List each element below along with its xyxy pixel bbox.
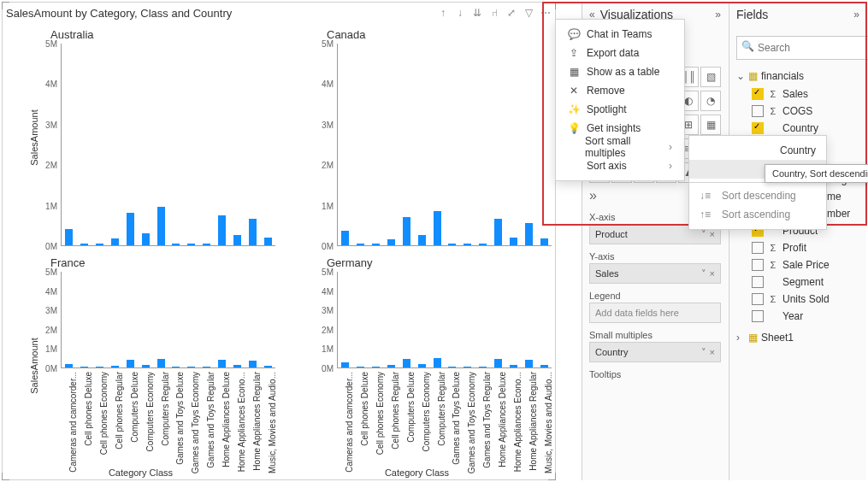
bar[interactable] xyxy=(203,244,210,245)
bar[interactable] xyxy=(540,238,548,245)
bar[interactable] xyxy=(494,359,502,367)
bar[interactable] xyxy=(187,367,195,367)
field-sale-price[interactable]: ΣSale Price xyxy=(736,256,859,273)
bar[interactable] xyxy=(434,211,441,245)
chevron-down-icon[interactable]: ˅ xyxy=(701,229,706,240)
y-axis-well[interactable]: Sales ˅× xyxy=(589,263,721,284)
bar[interactable] xyxy=(448,244,456,245)
field-checkbox[interactable] xyxy=(752,259,764,271)
sort-axis-item[interactable]: Sort axis › xyxy=(556,156,684,175)
resize-handle-tl[interactable] xyxy=(2,2,9,9)
bar[interactable] xyxy=(510,365,517,367)
bar[interactable] xyxy=(479,367,487,367)
menu-chat-in-teams[interactable]: 💬Chat in Teams xyxy=(556,25,684,44)
field-checkbox[interactable] xyxy=(752,122,764,134)
bar[interactable] xyxy=(218,360,226,367)
field-checkbox[interactable] xyxy=(752,276,764,288)
bar[interactable] xyxy=(403,217,410,245)
viz-type-17[interactable]: ▦ xyxy=(700,115,721,135)
viz-type-11[interactable]: ◔ xyxy=(700,91,721,111)
bar[interactable] xyxy=(357,244,364,245)
field-checkbox[interactable] xyxy=(752,242,764,254)
menu-show-as-a-table[interactable]: ▦Show as a table xyxy=(556,62,684,81)
bar[interactable] xyxy=(448,367,456,367)
drill-expand-icon[interactable]: ⇊ xyxy=(471,7,483,19)
drill-hierarchy-icon[interactable]: ⑁ xyxy=(488,7,500,19)
bar[interactable] xyxy=(341,362,349,367)
menu-spotlight[interactable]: ✨Spotlight xyxy=(556,100,684,119)
viz-type-5[interactable]: ▧ xyxy=(700,67,721,87)
resize-handle-tr[interactable] xyxy=(548,2,556,9)
bar[interactable] xyxy=(387,365,395,367)
remove-field-icon[interactable]: × xyxy=(710,347,715,358)
bar[interactable] xyxy=(172,367,180,367)
bar[interactable] xyxy=(264,238,272,245)
chevron-down-icon[interactable]: ˅ xyxy=(701,268,706,279)
bar[interactable] xyxy=(525,223,533,245)
bar[interactable] xyxy=(111,366,119,367)
filter-icon[interactable]: ▽ xyxy=(523,7,534,19)
menu-export-data[interactable]: ⇪Export data xyxy=(556,44,684,62)
bar[interactable] xyxy=(172,244,180,245)
field-country[interactable]: Country xyxy=(736,120,859,137)
bar[interactable] xyxy=(464,367,471,367)
bar[interactable] xyxy=(233,365,241,367)
expand-fields-icon[interactable]: » xyxy=(853,9,859,21)
field-year[interactable]: Year xyxy=(736,308,859,325)
sort-small-multiples-item[interactable]: Sort small multiples › xyxy=(556,138,684,156)
field-checkbox[interactable] xyxy=(752,310,764,322)
field-cogs[interactable]: ΣCOGS xyxy=(736,103,859,120)
sort-ascending[interactable]: ↑≡Sort ascending xyxy=(689,205,826,224)
bar[interactable] xyxy=(510,238,517,245)
chart-visual[interactable]: SalesAmount by Category, Class and Count… xyxy=(2,2,556,480)
bar[interactable] xyxy=(249,361,257,367)
bar[interactable] xyxy=(157,359,165,367)
table-financials[interactable]: ⌄ ▦ financials xyxy=(736,67,859,85)
bar[interactable] xyxy=(96,244,103,245)
bar[interactable] xyxy=(464,244,471,245)
sort-by-country[interactable]: Country xyxy=(689,141,826,160)
chevron-down-icon[interactable]: ˅ xyxy=(701,347,706,358)
bar[interactable] xyxy=(203,367,210,367)
bar[interactable] xyxy=(357,367,364,367)
bar[interactable] xyxy=(372,244,380,245)
bar[interactable] xyxy=(142,233,150,245)
bar[interactable] xyxy=(142,365,150,367)
bar[interactable] xyxy=(249,219,257,245)
bar[interactable] xyxy=(418,235,426,245)
menu-remove[interactable]: ✕Remove xyxy=(556,81,684,100)
bar[interactable] xyxy=(479,244,487,245)
bar[interactable] xyxy=(434,358,441,367)
table-sheet1[interactable]: › ▦ Sheet1 xyxy=(736,328,859,347)
bar[interactable] xyxy=(387,239,395,245)
bar[interactable] xyxy=(218,215,226,245)
bar[interactable] xyxy=(127,360,134,367)
remove-field-icon[interactable]: × xyxy=(710,268,715,279)
small-multiples-well[interactable]: Country ˅× xyxy=(589,342,721,362)
bar[interactable] xyxy=(65,229,73,245)
bar[interactable] xyxy=(80,244,88,245)
remove-field-icon[interactable]: × xyxy=(710,229,715,240)
bar[interactable] xyxy=(264,366,272,367)
field-units-sold[interactable]: ΣUnits Sold xyxy=(736,291,859,308)
bar[interactable] xyxy=(127,213,134,245)
field-sales[interactable]: ΣSales xyxy=(736,85,859,103)
bar[interactable] xyxy=(80,367,88,367)
bar[interactable] xyxy=(96,367,103,367)
drill-down-icon[interactable]: ↓ xyxy=(454,7,466,19)
bar[interactable] xyxy=(65,364,73,367)
bar[interactable] xyxy=(372,367,380,367)
field-profit[interactable]: ΣProfit xyxy=(736,239,859,256)
field-segment[interactable]: Segment xyxy=(736,273,859,291)
bar[interactable] xyxy=(403,359,410,367)
bar[interactable] xyxy=(418,364,426,367)
field-checkbox[interactable] xyxy=(752,105,764,117)
field-checkbox[interactable] xyxy=(752,88,764,100)
bar[interactable] xyxy=(111,238,119,245)
fields-search-input[interactable] xyxy=(736,36,868,60)
bar[interactable] xyxy=(157,207,165,245)
expand-viz-icon[interactable]: » xyxy=(715,9,721,21)
bar[interactable] xyxy=(540,365,548,367)
bar[interactable] xyxy=(187,244,195,245)
legend-well[interactable]: Add data fields here xyxy=(589,303,721,323)
